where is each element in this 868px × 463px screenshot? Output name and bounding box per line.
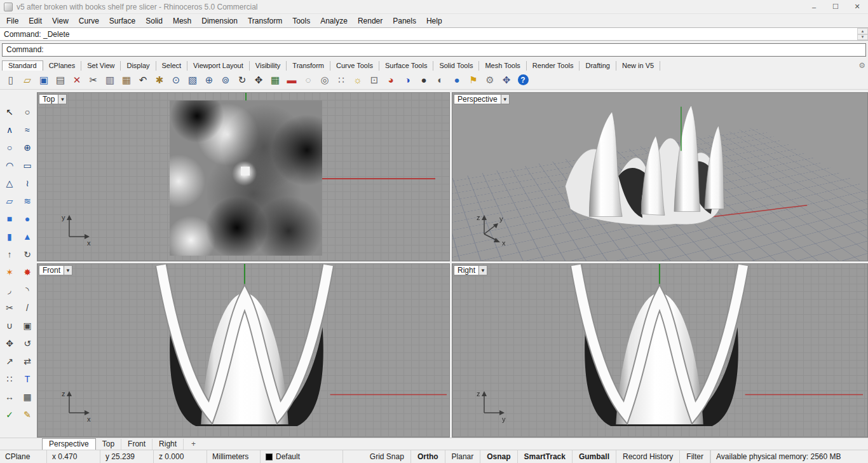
gumball-widget-icon[interactable]: ✥ [498, 72, 515, 88]
copy-icon[interactable]: ▥ [102, 72, 118, 88]
trim-icon[interactable]: ✂ [1, 300, 18, 315]
light-icon[interactable]: ☼ [349, 72, 366, 88]
toolbar-tab-new-in-v5[interactable]: New in V5 [616, 61, 660, 71]
cylinder-icon[interactable]: ▮ [1, 228, 18, 244]
polyline-icon[interactable]: ∧ [1, 121, 18, 137]
menu-panels[interactable]: Panels [388, 15, 421, 27]
box-icon[interactable]: ■ [1, 211, 18, 226]
dynamic-zoom-icon[interactable]: ⊙ [168, 72, 184, 88]
viewport-front[interactable]: Front ▼ z x [37, 263, 450, 438]
array-icon[interactable]: ∷ [1, 371, 18, 387]
help-icon[interactable]: ? [515, 72, 531, 88]
group-icon[interactable]: ▣ [19, 317, 36, 333]
check-errors-icon[interactable]: ✓ [1, 406, 18, 422]
menu-render[interactable]: Render [353, 15, 388, 27]
toolbar-tab-solid-tools[interactable]: Solid Tools [433, 61, 479, 71]
zoom-selected-icon[interactable]: ⊚ [217, 72, 234, 88]
viewport-top[interactable]: Top ▼ y x [37, 92, 450, 261]
viewport-menu-arrow-icon[interactable]: ▼ [479, 265, 487, 275]
render-icon[interactable]: ◑ [399, 72, 416, 88]
menu-analyze[interactable]: Analyze [315, 15, 353, 27]
split-icon[interactable]: / [19, 300, 36, 315]
flag-icon[interactable]: ⚑ [465, 72, 482, 88]
text-icon[interactable]: T [19, 371, 36, 387]
zoom-window-icon[interactable]: ▧ [184, 72, 201, 88]
menu-mesh[interactable]: Mesh [168, 15, 196, 27]
blend-icon[interactable]: ◝ [19, 282, 36, 298]
minimize-button[interactable]: – [803, 0, 825, 13]
units-display[interactable]: Millimeters [207, 450, 261, 463]
shaded-display-icon[interactable]: ● [416, 72, 432, 88]
boolean-union-icon[interactable]: ✶ [1, 264, 18, 280]
mirror-icon[interactable]: ⇄ [19, 353, 36, 369]
rotate-view-icon[interactable]: ↻ [234, 72, 250, 88]
toggle-record-history[interactable]: Record History [616, 450, 680, 463]
point-icon[interactable]: ○ [19, 104, 36, 120]
print-icon[interactable]: ▤ [52, 72, 69, 88]
arc-icon[interactable]: ◠ [1, 157, 18, 173]
toolbar-tab-drafting[interactable]: Drafting [580, 61, 616, 71]
circle-deformable-icon[interactable]: ⊕ [19, 139, 36, 155]
toolbar-tab-set-view[interactable]: Set View [81, 61, 121, 71]
new-viewport-tab-button[interactable]: + [189, 439, 198, 450]
named-views-icon[interactable]: ▬ [283, 72, 300, 88]
circle-icon[interactable]: ○ [1, 139, 18, 155]
viewport-menu-arrow-icon[interactable]: ▼ [64, 265, 72, 275]
save-icon[interactable]: ▣ [36, 72, 52, 88]
cone-icon[interactable]: ▲ [19, 228, 36, 244]
sketch-icon[interactable]: ✎ [19, 406, 36, 422]
viewport-perspective[interactable]: Perspective ▼ z y x [452, 92, 868, 261]
scale-icon[interactable]: ↗ [1, 353, 18, 369]
toggle-smarttrack[interactable]: SmartTrack [518, 450, 573, 463]
show-object-icon[interactable]: ◎ [316, 72, 333, 88]
menu-view[interactable]: View [47, 15, 74, 27]
loft-surface-icon[interactable]: ≋ [19, 193, 36, 209]
command-input[interactable]: Command: [2, 43, 866, 57]
viewport-tab-perspective[interactable]: Perspective [42, 438, 96, 450]
select-arrow-icon[interactable]: ↖ [1, 104, 18, 120]
toggle-gumball[interactable]: Gumball [573, 450, 616, 463]
toggle-planar[interactable]: Planar [445, 450, 481, 463]
sphere-icon[interactable]: ● [19, 211, 36, 226]
menu-edit[interactable]: Edit [24, 15, 47, 27]
extrude-icon[interactable]: ↑ [1, 246, 18, 262]
rotate-icon[interactable]: ↺ [19, 335, 36, 351]
menu-curve[interactable]: Curve [74, 15, 104, 27]
zoom-extents-icon[interactable]: ⊕ [201, 72, 217, 88]
dimension-icon[interactable]: ↔ [1, 389, 18, 404]
viewport-tab-right[interactable]: Right [153, 439, 184, 450]
toolbar-options-gear-icon[interactable]: ⚙ [858, 61, 865, 70]
close-button[interactable]: ✕ [846, 0, 868, 13]
toggle-ortho[interactable]: Ortho [411, 450, 445, 463]
cut-icon[interactable]: ✂ [85, 72, 102, 88]
lock-icon[interactable]: ⊡ [366, 72, 383, 88]
toolbar-tab-transform[interactable]: Transform [287, 61, 330, 71]
scroll-down-icon[interactable]: ▼ [857, 34, 868, 41]
viewport-right-label[interactable]: Right [454, 265, 479, 275]
surface-from-curves-icon[interactable]: ▱ [1, 193, 18, 209]
toggle-osnap[interactable]: Osnap [480, 450, 517, 463]
move-icon[interactable]: ✥ [1, 335, 18, 351]
viewport-top-label[interactable]: Top [39, 94, 58, 104]
toolbar-tab-select[interactable]: Select [156, 61, 188, 71]
paste-icon[interactable]: ▦ [118, 72, 135, 88]
toggle-filter[interactable]: Filter [680, 450, 710, 463]
toolbar-tab-display[interactable]: Display [121, 61, 156, 71]
freeform-curve-icon[interactable]: ≀ [19, 175, 36, 191]
menu-file[interactable]: File [1, 15, 24, 27]
rendered-display-icon[interactable]: ◐ [432, 72, 449, 88]
menu-solid[interactable]: Solid [140, 15, 168, 27]
viewport-tab-top[interactable]: Top [96, 439, 121, 450]
command-history[interactable]: Command: _Delete ▲ ▼ [0, 27, 868, 41]
pan-view-icon[interactable]: ✥ [250, 72, 267, 88]
join-icon[interactable]: ∪ [1, 317, 18, 333]
options-gear-icon[interactable]: ⚙ [482, 72, 498, 88]
toolbar-tab-standard[interactable]: Standard [2, 60, 43, 71]
layer-indicator[interactable]: Default [261, 450, 343, 463]
render-preview-icon[interactable]: ◕ [383, 72, 399, 88]
explode-icon[interactable]: ✸ [19, 264, 36, 280]
object-snap-icon[interactable]: ∷ [333, 72, 349, 88]
maximize-button[interactable]: ☐ [825, 0, 846, 13]
toolbar-tab-curve-tools[interactable]: Curve Tools [330, 61, 379, 71]
pan-hand-icon[interactable]: ✱ [151, 72, 168, 88]
